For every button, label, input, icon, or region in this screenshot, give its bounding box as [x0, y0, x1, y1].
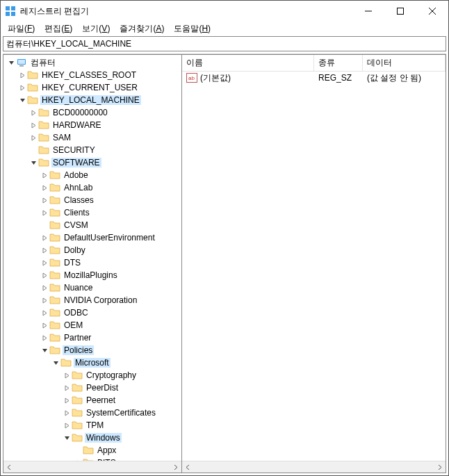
scroll-right-icon[interactable] — [434, 461, 446, 473]
expand-icon[interactable] — [73, 458, 83, 461]
folder-icon — [49, 345, 60, 356]
tree-node[interactable]: BCD00000000 — [3, 106, 181, 119]
tree-node[interactable]: HARDWARE — [3, 119, 181, 131]
menu-favorites[interactable]: 즐겨찾기(A) — [115, 22, 168, 35]
expand-icon[interactable] — [40, 283, 49, 293]
list-body[interactable]: ab(기본값)REG_SZ(값 설정 안 됨) — [182, 72, 446, 461]
tree-node[interactable]: SystemCertificates — [3, 407, 181, 419]
tree-node[interactable]: Microsoft — [3, 356, 181, 369]
expand-icon[interactable] — [17, 70, 27, 80]
tree-node[interactable]: BITS — [3, 457, 181, 461]
expand-icon[interactable] — [40, 245, 49, 255]
tree-node[interactable]: AhnLab — [3, 181, 181, 194]
value-data-cell: (값 설정 안 됨) — [363, 72, 446, 84]
svg-rect-1 — [11, 6, 15, 10]
maximize-button[interactable] — [384, 1, 416, 22]
expander-blank — [28, 145, 38, 155]
collapse-icon[interactable] — [6, 58, 16, 67]
col-data[interactable]: 데이터 — [363, 54, 446, 72]
list-h-scrollbar[interactable] — [182, 461, 446, 473]
tree-node-label: Peernet — [85, 395, 117, 405]
tree-node[interactable]: TPM — [3, 419, 181, 432]
tree-node[interactable]: Peernet — [3, 394, 181, 407]
minimize-button[interactable] — [352, 1, 384, 22]
folder-icon — [38, 120, 49, 131]
collapse-icon[interactable] — [40, 345, 49, 355]
tree-node[interactable]: Classes — [3, 194, 181, 206]
expand-icon[interactable] — [40, 333, 49, 343]
tree-node[interactable]: OEM — [3, 319, 181, 331]
tree-pane: 컴퓨터HKEY_CLASSES_ROOTHKEY_CURRENT_USERHKE… — [3, 54, 182, 473]
folder-icon — [38, 132, 49, 143]
tree-node[interactable]: Windows — [3, 432, 181, 444]
tree-node[interactable]: Clients — [3, 206, 181, 219]
list-row[interactable]: ab(기본값)REG_SZ(값 설정 안 됨) — [182, 72, 446, 84]
expand-icon[interactable] — [40, 195, 49, 205]
address-bar[interactable]: 컴퓨터\HKEY_LOCAL_MACHINE — [3, 36, 446, 51]
tree-node[interactable]: Appx — [3, 444, 181, 457]
tree-node[interactable]: SAM — [3, 131, 181, 144]
tree-node-label: AhnLab — [63, 183, 94, 192]
collapse-icon[interactable] — [17, 95, 27, 105]
expand-icon[interactable] — [62, 395, 72, 405]
tree-node[interactable]: ODBC — [3, 306, 181, 319]
expand-icon[interactable] — [62, 370, 72, 380]
collapse-icon[interactable] — [51, 358, 60, 368]
folder-icon — [72, 420, 83, 431]
expand-icon[interactable] — [28, 108, 38, 117]
expand-icon[interactable] — [40, 258, 49, 268]
menu-file[interactable]: 파일(F) — [3, 22, 39, 35]
expand-icon[interactable] — [40, 208, 49, 218]
tree-h-scrollbar[interactable] — [3, 461, 181, 473]
tree-node[interactable]: HKEY_CLASSES_ROOT — [3, 69, 181, 81]
tree-node[interactable]: MozillaPlugins — [3, 269, 181, 281]
col-name[interactable]: 이름 — [182, 54, 314, 72]
scroll-left-icon[interactable] — [3, 461, 15, 473]
expand-icon[interactable] — [17, 83, 27, 92]
window-title: 레지스트리 편집기 — [20, 6, 89, 17]
tree-node[interactable]: DTS — [3, 256, 181, 269]
tree-node[interactable]: Partner — [3, 331, 181, 344]
menu-help[interactable]: 도움말(H) — [170, 22, 215, 35]
tree-node[interactable]: CVSM — [3, 219, 181, 231]
tree-node[interactable]: DefaultUserEnvironment — [3, 231, 181, 244]
collapse-icon[interactable] — [62, 433, 72, 443]
scroll-left-icon[interactable] — [182, 461, 194, 473]
expand-icon[interactable] — [62, 408, 72, 418]
expand-icon[interactable] — [62, 383, 72, 393]
tree-node[interactable]: NVIDIA Corporation — [3, 294, 181, 306]
expand-icon[interactable] — [40, 320, 49, 330]
expand-icon[interactable] — [40, 233, 49, 243]
tree-node[interactable]: SOFTWARE — [3, 156, 181, 169]
tree-node[interactable]: PeerDist — [3, 381, 181, 394]
close-button[interactable] — [416, 1, 448, 22]
tree-node[interactable]: 컴퓨터 — [3, 56, 181, 69]
col-type[interactable]: 종류 — [314, 54, 363, 72]
tree-node[interactable]: HKEY_CURRENT_USER — [3, 81, 181, 94]
tree-node[interactable]: SECURITY — [3, 144, 181, 156]
folder-icon — [27, 82, 38, 93]
tree-node[interactable]: HKEY_LOCAL_MACHINE — [3, 94, 181, 106]
folder-icon — [72, 407, 83, 418]
expand-icon[interactable] — [40, 308, 49, 318]
menu-edit[interactable]: 편집(E) — [40, 22, 76, 35]
expand-icon[interactable] — [28, 133, 38, 142]
expand-icon[interactable] — [40, 270, 49, 280]
svg-rect-5 — [398, 8, 404, 15]
tree-node[interactable]: Dolby — [3, 244, 181, 256]
menu-view[interactable]: 보기(V) — [78, 22, 114, 35]
scroll-right-icon[interactable] — [170, 461, 181, 473]
tree-node[interactable]: Policies — [3, 344, 181, 356]
expand-icon[interactable] — [40, 170, 49, 180]
tree-scroll[interactable]: 컴퓨터HKEY_CLASSES_ROOTHKEY_CURRENT_USERHKE… — [3, 55, 181, 461]
tree-node[interactable]: Nuance — [3, 281, 181, 294]
expand-icon[interactable] — [40, 295, 49, 305]
tree-node[interactable]: Cryptography — [3, 369, 181, 381]
expand-icon[interactable] — [28, 120, 38, 130]
expand-icon[interactable] — [62, 420, 72, 430]
folder-icon — [38, 157, 49, 168]
tree-node[interactable]: Adobe — [3, 169, 181, 181]
expand-icon[interactable] — [40, 183, 49, 192]
folder-icon — [38, 107, 49, 118]
collapse-icon[interactable] — [28, 158, 38, 167]
